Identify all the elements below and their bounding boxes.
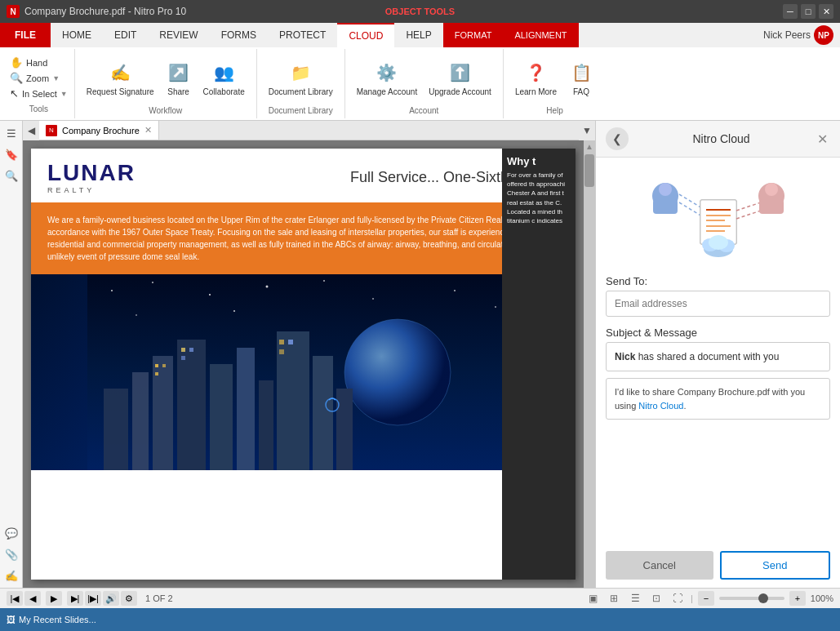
scroll-up-btn[interactable]: ▲ [584,140,595,153]
view-fullscreen-btn[interactable]: ⛶ [669,591,686,606]
settings-button[interactable]: ⚙ [121,591,137,606]
left-sidebar: ☰ 🔖 🔍 💬 📎 ✍ [0,121,23,588]
email-input[interactable] [606,291,830,317]
ribbon-tabs: FILE HOME EDIT REVIEW FORMS PROTECT CLOU… [0,23,840,47]
manage-account-icon: ⚙️ [374,60,400,86]
zoom-out-btn[interactable]: − [698,591,714,606]
account-group-label: Account [409,106,438,117]
app-icon: N [7,5,20,18]
doc-tab-label: Company Brochure [62,126,140,136]
user-info: Nick Peers NP [763,23,840,47]
document-library-button[interactable]: 📁 Document Library [264,56,338,100]
window-title: Company Brochure.pdf - Nitro Pro 10 [24,6,186,17]
document-library-group-label: Document Library [269,106,333,117]
pdf-header: LUNAR REALTY Full Service... One-Sixth G… [31,149,576,202]
svg-point-4 [265,286,268,288]
city-illustration [87,274,520,470]
tab-home[interactable]: HOME [51,23,103,47]
zoom-slider[interactable] [719,597,784,600]
view-scroll-btn[interactable]: ☰ [627,591,643,606]
faq-icon: 📋 [568,60,594,86]
bottom-recent-slides[interactable]: 🖼 My Recent Slides... [7,615,96,624]
cancel-button[interactable]: Cancel [606,551,713,580]
svg-point-1 [111,290,113,291]
zoom-label: Zoom [26,73,49,83]
zoom-thumb[interactable] [758,593,768,603]
tab-file[interactable]: FILE [0,23,51,47]
learn-more-button[interactable]: ❓ Learn More [510,56,562,100]
sidebar-icon-signatures[interactable]: ✍ [2,567,20,584]
nitro-panel-title: Nitro Cloud [629,132,814,145]
doc-tab-icon: N [46,125,57,136]
faq-button[interactable]: 📋 FAQ [563,56,599,100]
maximize-button[interactable]: □ [801,4,816,19]
message-body-box[interactable]: I'd like to share Company Brochure.pdf w… [606,378,830,420]
select-label: In Select [22,89,57,99]
select-tool-button[interactable]: ↖ In Select ▼ [8,87,69,100]
tab-help[interactable]: HELP [394,23,442,47]
play-button[interactable]: ▶ [46,591,62,606]
lunar-logo: LUNAR REALTY [47,160,136,194]
collaborate-button[interactable]: 👥 Collaborate [198,56,250,100]
doc-content: LUNAR REALTY Full Service... One-Sixth G… [23,140,595,588]
hand-tool-button[interactable]: ✋ Hand [8,56,69,69]
tab-protect[interactable]: PROTECT [268,23,337,47]
vertical-scrollbar[interactable]: ▲ [584,140,595,588]
send-button[interactable]: Send [720,551,831,580]
select-icon: ↖ [10,87,19,100]
zoom-tool-button[interactable]: 🔍 Zoom ▼ [8,71,69,85]
zoom-in-btn[interactable]: + [789,591,806,606]
request-signature-button[interactable]: ✍️ Request Signature [82,56,159,100]
audio-button[interactable]: 🔊 [103,591,119,606]
account-buttons: ⚙️ Manage Account ⬆️ Upgrade Account [352,51,496,106]
tab-scroll-dropdown[interactable]: ▼ [579,121,595,140]
sidebar-icon-search[interactable]: 🔍 [2,167,20,184]
tab-cloud[interactable]: CLOUD [337,23,394,47]
svg-point-5 [323,280,325,282]
manage-account-button[interactable]: ⚙️ Manage Account [352,56,423,100]
prev-page-button[interactable]: ◀ [24,591,41,606]
learn-more-label: Learn More [515,87,557,97]
upgrade-account-icon: ⬆️ [447,60,473,86]
sidebar-icon-bookmarks[interactable]: 🔖 [2,145,20,163]
minimize-button[interactable]: ─ [783,4,798,19]
svg-rect-24 [155,364,158,367]
scroll-thumb[interactable] [584,154,594,187]
next-page-button[interactable]: ▶| [67,591,83,606]
svg-rect-20 [259,380,273,470]
close-button[interactable]: ✕ [819,4,833,19]
svg-line-51 [736,211,761,219]
tab-bar: ◀ N Company Brochure ✕ ▼ [23,121,595,140]
share-button[interactable]: ↗️ Share [161,56,197,100]
view-fit-btn[interactable]: ⊡ [648,591,664,606]
pdf-page[interactable]: LUNAR REALTY Full Service... One-Sixth G… [31,149,576,580]
message-preview-box: Nick has shared a document with you [606,342,830,371]
collaborate-label: Collaborate [203,87,245,97]
object-tools-label: OBJECT TOOLS [385,7,455,16]
document-tab[interactable]: N Company Brochure ✕ [39,121,159,140]
upgrade-account-button[interactable]: ⬆️ Upgrade Account [424,56,496,100]
view-single-btn[interactable]: ▣ [584,591,601,606]
sidebar-icon-attachments[interactable]: 📎 [2,545,20,563]
nitro-back-button[interactable]: ❮ [606,127,629,150]
sidebar-icon-comments[interactable]: 💬 [2,524,20,542]
main-area: ☰ 🔖 🔍 💬 📎 ✍ ◀ N Company Brochure ✕ ▼ [0,121,840,588]
tab-alignment[interactable]: ALIGNMENT [503,23,578,47]
nitro-cloud-link[interactable]: Nitro Cloud [638,401,683,411]
sidebar-icon-pages[interactable]: ☰ [2,124,20,142]
svg-rect-32 [279,349,284,354]
tab-review[interactable]: REVIEW [148,23,209,47]
tab-format[interactable]: FORMAT [443,23,504,47]
first-page-button[interactable]: |◀ [7,591,23,606]
tab-edit[interactable]: EDIT [103,23,148,47]
tools-group-label: Tools [8,104,69,115]
window-controls[interactable]: ─ □ ✕ [783,4,833,19]
zoom-level: 100% [811,593,833,603]
doc-tab-close[interactable]: ✕ [144,125,152,136]
collaborate-svg [637,171,800,261]
tab-forms[interactable]: FORMS [210,23,268,47]
tab-scroll-left[interactable]: ◀ [23,121,39,140]
view-double-btn[interactable]: ⊞ [606,591,622,606]
last-page-button[interactable]: |▶| [85,591,101,606]
nitro-close-button[interactable]: ✕ [814,131,830,147]
